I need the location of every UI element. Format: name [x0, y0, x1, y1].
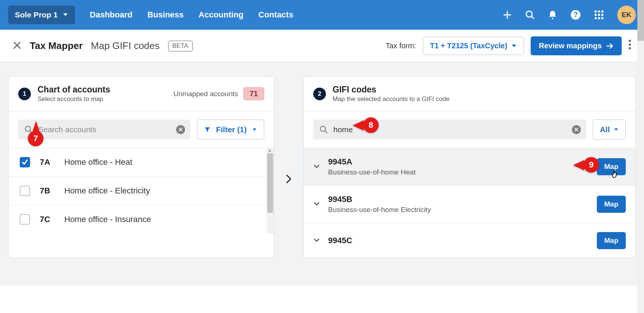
account-checkbox[interactable] [20, 186, 30, 196]
nav-business[interactable]: Business [147, 10, 184, 20]
gifi-code: 9945C [328, 236, 352, 245]
chevron-down-icon[interactable] [313, 237, 320, 244]
page-subtitle: Map GIFI codes [91, 40, 160, 52]
gifi-rows: 9945A Business-use-of-home Heat Map 9 99… [304, 148, 635, 253]
svg-point-6 [601, 10, 603, 13]
page-scrollbar[interactable] [637, 0, 644, 286]
svg-point-10 [595, 17, 597, 19]
svg-point-5 [598, 10, 600, 13]
account-row[interactable]: 7C Home office - Insurance [9, 205, 274, 234]
search-icon [319, 125, 328, 134]
scrollbar-thumb[interactable] [637, 0, 644, 41]
page-header: Tax Mapper Map GIFI codes BETA Tax form:… [0, 30, 644, 63]
panel-scrollbar[interactable] [266, 148, 274, 234]
caret-down-icon [511, 44, 517, 48]
account-checkbox[interactable] [20, 214, 30, 225]
unmapped-wrap: Unmapped accounts 71 [173, 87, 264, 100]
topbar-actions: ? EK [503, 6, 636, 24]
close-icon[interactable] [13, 41, 22, 51]
review-mappings-label: Review mappings [539, 42, 602, 50]
gifi-codes-panel: 2 GIFI codes Map the selected accounts t… [303, 76, 636, 258]
chevron-down-icon[interactable] [313, 201, 320, 208]
search-icon[interactable] [525, 10, 535, 20]
account-search-box [18, 120, 190, 140]
caret-down-icon [614, 128, 619, 131]
account-name: Home office - Electricity [64, 186, 150, 196]
chevron-right-icon [285, 174, 292, 186]
svg-point-1 [552, 18, 553, 19]
caret-down-icon [62, 13, 68, 17]
account-rows: 7A Home office - Heat 7B Home office - E… [9, 148, 274, 234]
clear-search-icon[interactable] [572, 125, 581, 134]
svg-point-7 [595, 14, 597, 16]
search-filter-row: Filter (1) 7 [9, 111, 274, 148]
review-mappings-button[interactable]: Review mappings [531, 36, 622, 55]
filter-button[interactable]: Filter (1) [197, 120, 264, 140]
tax-form-label: Tax form: [386, 42, 416, 50]
panel-subtitle: Select accounts to map [38, 95, 110, 103]
panel-header: 1 Chart of accounts Select accounts to m… [9, 76, 274, 111]
more-menu-icon[interactable] [628, 39, 631, 52]
nav-items: Dashboard Business Accounting Contacts [90, 10, 294, 20]
account-name: Home office - Heat [64, 157, 132, 167]
panel-titles: GIFI codes Map the selected accounts to … [333, 85, 450, 103]
svg-point-14 [629, 43, 631, 46]
account-row[interactable]: 7A Home office - Heat [9, 148, 274, 177]
beta-badge: BETA [168, 40, 193, 52]
chart-of-accounts-panel: 1 Chart of accounts Select accounts to m… [8, 76, 274, 258]
account-checkbox[interactable] [20, 157, 30, 167]
gifi-row[interactable]: 9945A Business-use-of-home Heat Map 9 [304, 148, 635, 186]
arrow-right-icon [606, 43, 614, 49]
caret-down-icon [252, 128, 257, 131]
gifi-row[interactable]: 9945C Map [304, 223, 635, 253]
panel-title: GIFI codes [333, 85, 450, 95]
scrollbar-thumb[interactable] [267, 153, 273, 213]
svg-point-13 [629, 40, 631, 42]
help-icon[interactable]: ? [570, 10, 581, 20]
unmapped-label: Unmapped accounts [173, 90, 238, 98]
annotation-callout-7: 7 [28, 131, 43, 146]
svg-point-8 [598, 14, 600, 16]
cursor-icon [610, 170, 618, 181]
step-number: 2 [313, 88, 326, 100]
org-switcher[interactable]: Sole Prop 1 [8, 6, 75, 24]
tax-form-select[interactable]: T1 + T2125 (TaxCycle) [423, 37, 524, 55]
svg-point-11 [598, 17, 600, 19]
all-filter-button[interactable]: All [593, 120, 626, 140]
account-row[interactable]: 7B Home office - Electricity [9, 177, 274, 205]
annotation-callout-8: 8 [363, 117, 379, 133]
chevron-down-icon[interactable] [313, 163, 320, 170]
tax-form-value: T1 + T2125 (TaxCycle) [430, 42, 507, 50]
nav-accounting[interactable]: Accounting [198, 10, 243, 20]
gifi-code: 9945B [328, 195, 431, 204]
panel-header: 2 GIFI codes Map the selected accounts t… [304, 76, 635, 111]
gifi-code: 9945A [328, 157, 416, 167]
clear-search-icon[interactable] [176, 125, 185, 134]
nav-dashboard[interactable]: Dashboard [90, 10, 133, 20]
gifi-text: 9945A Business-use-of-home Heat [328, 157, 416, 176]
account-code: 7B [40, 186, 55, 196]
gifi-row[interactable]: 9945B Business-use-of-home Electricity M… [304, 186, 635, 223]
account-search-input[interactable] [38, 125, 171, 134]
svg-point-9 [601, 14, 603, 16]
map-button[interactable]: Map [597, 196, 626, 213]
account-code: 7C [40, 215, 55, 224]
org-name: Sole Prop 1 [15, 10, 58, 19]
panel-title: Chart of accounts [38, 85, 110, 95]
filter-icon [204, 126, 211, 133]
filter-label: Filter (1) [216, 125, 247, 134]
bell-icon[interactable] [548, 10, 557, 20]
workspace: 1 Chart of accounts Select accounts to m… [0, 63, 644, 286]
panel-subtitle: Map the selected accounts to a GIFI code [333, 95, 450, 103]
nav-contacts[interactable]: Contacts [258, 10, 293, 20]
plus-icon[interactable] [503, 10, 512, 19]
unmapped-count-badge: 71 [243, 87, 264, 100]
top-nav-bar: Sole Prop 1 Dashboard Business Accountin… [0, 0, 644, 30]
avatar[interactable]: EK [617, 6, 636, 24]
apps-grid-icon[interactable] [594, 10, 604, 20]
account-code: 7A [40, 157, 55, 167]
gifi-search-row: All 8 [304, 111, 635, 148]
svg-text:?: ? [573, 10, 578, 19]
map-button[interactable]: Map [597, 232, 626, 249]
account-name: Home office - Insurance [64, 215, 151, 224]
